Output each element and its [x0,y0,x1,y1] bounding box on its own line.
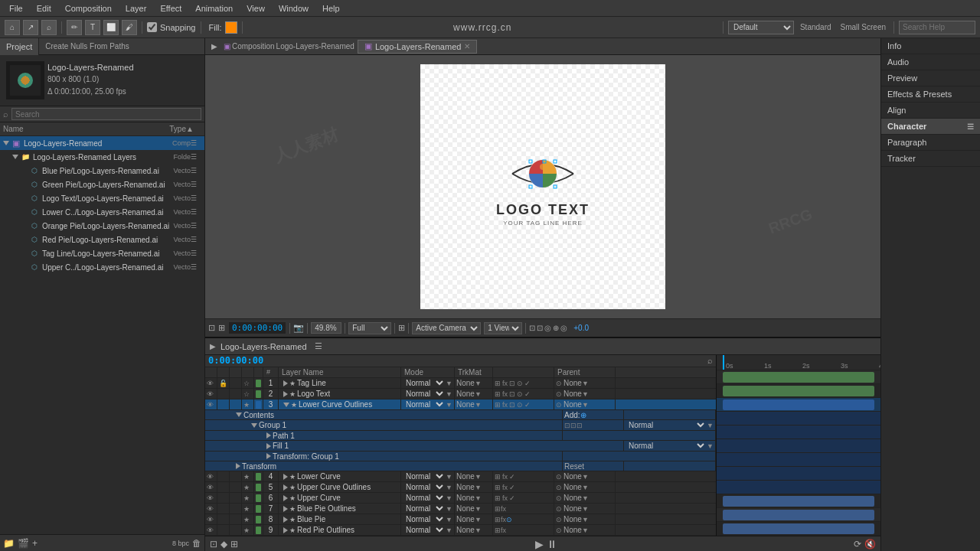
name-9[interactable]: ★ Red Pie Outlines [279,525,401,535]
lock-6[interactable] [217,493,230,503]
file-item-2[interactable]: 📁 Logo-Layers-Renamed Layers Folde ☰ [0,150,204,164]
menu-help[interactable]: Help [316,2,346,15]
toolbar-arrow[interactable]: ↗ [23,20,38,35]
new-comp-icon[interactable]: 🎬 [18,538,29,549]
parent-8[interactable]: ⊙ None ▼ [554,514,616,524]
mode-2[interactable]: Normal ▼ [401,389,455,399]
mode-1[interactable]: Normal ▼ [401,378,455,388]
icon-4a[interactable]: ⊞ [495,473,501,481]
mode-select-3[interactable]: Normal [403,399,446,409]
file-options-5[interactable]: ☰ [191,194,201,202]
track-5[interactable] [717,508,880,522]
trk-arrow-1[interactable]: ▼ [475,380,482,387]
lock-3[interactable] [217,399,230,409]
name-5[interactable]: ★ Upper Curve Outlines [279,482,401,492]
snapping-checkbox[interactable] [147,22,157,32]
star-4[interactable]: ★ [242,471,254,481]
viewer-icon-a[interactable]: ⊡ [529,324,535,332]
file-options-4[interactable]: ☰ [191,181,201,188]
menu-view[interactable]: View [240,2,271,15]
icon-2a[interactable]: ⊞ [495,390,501,398]
file-item-6[interactable]: ⬡ Lower C../Logo-Layers-Renamed.ai Vecto… [0,205,204,219]
effects-presets-panel-item[interactable]: Effects & Presets [881,86,980,103]
trk-arrow-9[interactable]: ▼ [475,527,482,534]
solo-1[interactable] [230,378,242,388]
solo-4[interactable] [230,471,242,481]
icon-7a[interactable]: ⊞ [495,505,501,513]
mode-select-7[interactable]: Normal [403,504,446,514]
mode-select-5[interactable]: Normal [403,482,446,492]
trk-arrow-8[interactable]: ▼ [475,516,482,523]
lock-4[interactable] [217,471,230,481]
file-item-4[interactable]: ⬡ Green Pie/Logo-Layers-Renamed.ai Vecto… [0,178,204,191]
icon-8a[interactable]: ⊞ [495,516,501,523]
icon-5b[interactable]: fx [502,484,508,491]
eye-1[interactable]: 👁 [205,378,217,388]
name-1[interactable]: ★ Tag Line [279,378,401,388]
workspace-select[interactable]: Default Standard Small Screen [728,21,794,34]
parent-7[interactable]: ⊙ None ▼ [554,504,616,514]
track-2[interactable] [717,384,880,398]
tl-toggle-icon[interactable]: ⊞ [230,539,238,549]
sub-transform-group1[interactable]: Transform: Group 1 [205,452,716,461]
mode-select-9[interactable]: Normal [403,525,446,535]
icon-3d[interactable]: ⊙ [517,401,523,409]
mode-arrow-5[interactable]: ▼ [446,484,452,491]
mode-9[interactable]: Normal ▼ [401,525,455,535]
mode-select-1[interactable]: Normal [403,378,446,388]
parent-6[interactable]: ⊙ None ▼ [554,493,616,503]
toolbar-pen[interactable]: ✏ [67,20,82,35]
name-6[interactable]: ★ Upper Curve [279,493,401,503]
search-help-input[interactable] [899,21,975,34]
star-8[interactable]: ★ [242,514,254,524]
mode-arrow-1[interactable]: ▼ [446,380,452,387]
toolbar-search[interactable]: ⌕ [41,20,57,35]
icon-6c[interactable]: ✓ [509,494,515,502]
sub-path1[interactable]: Path 1 [205,431,716,441]
star-1[interactable]: ☆ [242,378,254,388]
icon-2d[interactable]: ⊙ [517,390,523,398]
mode-arrow-4[interactable]: ▼ [446,473,452,481]
grid-icon[interactable]: ⊞ [398,323,405,333]
info-panel-item[interactable]: Info [881,38,980,54]
eye-3[interactable]: 👁 [205,399,217,409]
layer-row-5[interactable]: 👁 ★ 5 ★ Upper Curve Outlines Normal [205,482,716,493]
icon-5a[interactable]: ⊞ [495,484,501,491]
icon-4c[interactable]: ✓ [509,473,515,481]
icon-1e[interactable]: ✓ [524,380,531,387]
file-options-1[interactable]: ☰ [191,139,201,147]
expand-arrow-2[interactable] [12,153,20,161]
camera-select[interactable]: Active Camera [412,322,481,334]
parent-3[interactable]: ⊙ None ▼ [554,399,616,409]
menu-layer[interactable]: Layer [119,2,153,15]
toolbar-text[interactable]: T [85,20,100,35]
fill1-mode-arrow[interactable]: ▼ [707,442,714,450]
timeline-expand-icon[interactable]: ▶ [210,342,216,350]
menu-window[interactable]: Window [273,2,315,15]
create-nulls-btn[interactable]: Create Nulls From Paths [39,42,135,51]
lock-1[interactable]: 🔓 [217,378,230,388]
parent-arrow-9[interactable]: ▼ [582,527,589,534]
star-6[interactable]: ★ [242,493,254,503]
preview-panel-item[interactable]: Preview [881,70,980,86]
trk-arrow-5[interactable]: ▼ [475,484,482,491]
add-icon[interactable]: ⊕ [580,411,586,419]
menu-composition[interactable]: Composition [59,2,118,15]
layer-row-1[interactable]: 👁 🔓 ☆ 1 ★ Tag Line Normal [205,378,716,389]
menu-effect[interactable]: Effect [154,2,188,15]
icon-1a[interactable]: ⊞ [495,380,501,387]
icon-7b[interactable]: fx [501,505,506,513]
parent-arrow-7[interactable]: ▼ [582,505,589,513]
mode-arrow-8[interactable]: ▼ [446,516,452,523]
new-item-icon[interactable]: + [32,538,38,549]
solo-7[interactable] [230,504,242,514]
file-options-6[interactable]: ☰ [191,208,201,216]
mode-arrow-2[interactable]: ▼ [446,390,452,398]
mode-4[interactable]: Normal ▼ [401,471,455,481]
icon-5c[interactable]: ✓ [509,484,515,491]
eye-6[interactable]: 👁 [205,493,217,503]
file-item-9[interactable]: ⬡ Tag Line/Logo-Layers-Renamed.ai Vecto … [0,246,204,260]
file-item-1[interactable]: ▣ Logo-Layers-Renamed Comp ☰ [0,136,204,150]
tl-add-marker-icon[interactable]: ◆ [220,539,227,549]
solo-3[interactable] [230,399,242,409]
